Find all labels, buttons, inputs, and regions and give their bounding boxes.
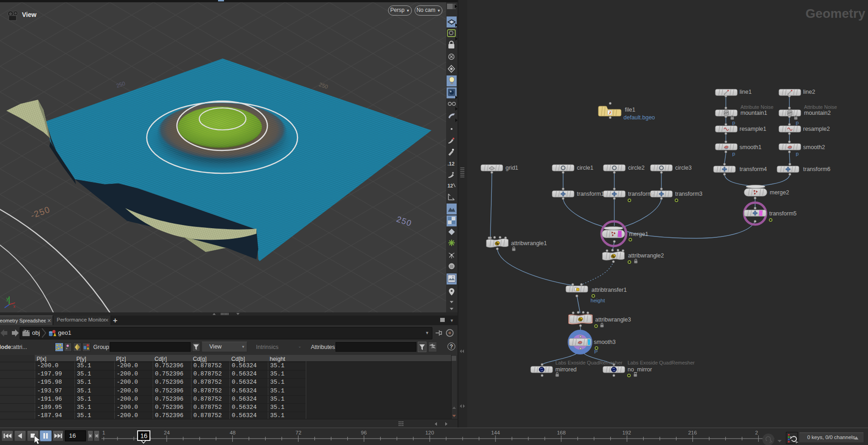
svg-text:Attribute Noise: Attribute Noise: [804, 104, 837, 110]
svg-text:attribwrangle2: attribwrangle2: [628, 252, 664, 259]
svg-text:line1: line1: [740, 89, 751, 95]
svg-text:merge2: merge2: [770, 189, 789, 196]
svg-text:transform6: transform6: [803, 166, 831, 172]
svg-text:transform4: transform4: [740, 166, 767, 172]
svg-text:merge1: merge1: [629, 231, 648, 237]
svg-text:x: x: [13, 304, 16, 309]
svg-text:p: p: [732, 151, 735, 156]
svg-text:attribwrangle3: attribwrangle3: [595, 316, 631, 323]
svg-text:mirrored: mirrored: [555, 366, 577, 373]
svg-text:mountain1: mountain1: [740, 110, 767, 116]
svg-text:circle2: circle2: [628, 165, 644, 171]
svg-text:transform1: transform1: [577, 191, 604, 197]
svg-text:mountain2: mountain2: [804, 110, 831, 116]
svg-text:P: P: [594, 349, 598, 354]
svg-text:y: y: [6, 296, 9, 301]
svg-text:default.bgeo: default.bgeo: [623, 114, 655, 121]
svg-text:grid1: grid1: [506, 165, 518, 171]
svg-text:p: p: [732, 120, 735, 125]
svg-text:height: height: [591, 298, 605, 303]
svg-text:no_mirror: no_mirror: [628, 366, 652, 373]
svg-text:smooth3: smooth3: [594, 339, 616, 345]
svg-text:transform5: transform5: [769, 210, 797, 217]
svg-text:0 keys, 0/0 channels: 0 keys, 0/0 channels: [807, 434, 855, 440]
svg-text:circle1: circle1: [577, 165, 593, 171]
svg-text:16: 16: [140, 432, 148, 440]
svg-text:attribtransfer1: attribtransfer1: [591, 287, 627, 293]
svg-text:.12: .12: [447, 161, 454, 166]
svg-text:resample2: resample2: [803, 126, 830, 132]
svg-text:resample1: resample1: [740, 126, 766, 132]
svg-text:transform3: transform3: [675, 191, 703, 197]
svg-text:file1: file1: [625, 107, 635, 113]
svg-text:p: p: [796, 151, 799, 156]
svg-text:line2: line2: [803, 89, 815, 95]
svg-text:Labs Exoside QuadRemesher: Labs Exoside QuadRemesher: [628, 360, 695, 365]
svg-text:transform2: transform2: [628, 191, 655, 197]
svg-text:Attribute Noise: Attribute Noise: [740, 104, 773, 110]
svg-text:Labs Exoside QuadRemesher: Labs Exoside QuadRemesher: [555, 360, 623, 365]
svg-text:p: p: [796, 120, 799, 125]
svg-text:smooth2: smooth2: [803, 144, 825, 150]
svg-text:12: 12: [447, 183, 453, 188]
svg-text:Geometry: Geometry: [805, 6, 865, 21]
svg-text:smooth1: smooth1: [740, 144, 761, 150]
svg-text:circle3: circle3: [675, 165, 692, 171]
svg-text:attribwrangle1: attribwrangle1: [511, 240, 547, 247]
